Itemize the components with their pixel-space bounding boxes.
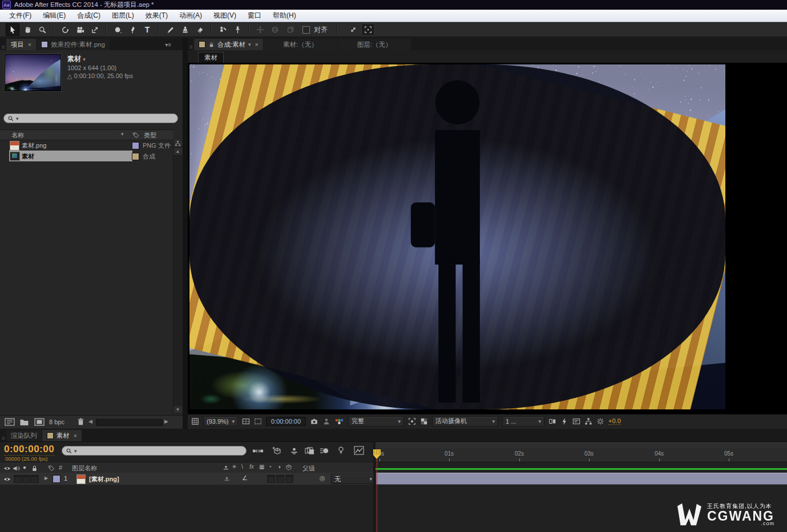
quality-switch-icon[interactable]: \ (241, 464, 243, 470)
shy-switch-icon[interactable] (223, 465, 229, 472)
safe-margins-icon[interactable] (242, 417, 250, 425)
close-icon[interactable]: × (255, 41, 259, 48)
puppet-pin-tool-icon[interactable] (231, 23, 244, 36)
parent-dropdown[interactable]: 无 ▾ (331, 474, 376, 484)
menu-file[interactable]: 文件(F) (3, 11, 37, 21)
show-channels-icon[interactable] (334, 417, 344, 425)
selection-tool-icon[interactable] (6, 23, 19, 36)
column-name[interactable]: 名称 (11, 131, 24, 140)
solo-well[interactable] (22, 475, 30, 483)
tab-effect-controls[interactable]: 效果控件:素材.png (37, 39, 110, 50)
menu-composition[interactable]: 合成(C) (71, 11, 106, 21)
rotation-tool-icon[interactable] (58, 23, 72, 36)
project-row-footage[interactable]: 素材.png PNG 文件 (0, 140, 173, 151)
3d-view-dropdown[interactable]: 活动摄像机 ▾ (432, 416, 498, 427)
viewfinder-icon[interactable] (361, 23, 375, 36)
hide-shy-layers-icon[interactable] (290, 446, 298, 455)
motion-blur-switch-icon[interactable]: ◔ (268, 464, 272, 470)
comp-mini-flowchart-icon[interactable] (252, 446, 264, 456)
menu-layer[interactable]: 图层(L) (106, 11, 140, 21)
pixel-aspect-icon[interactable] (548, 417, 556, 425)
new-composition-icon[interactable] (34, 418, 45, 426)
snap-label[interactable]: 对齐 (314, 25, 328, 35)
label-color-chip[interactable] (132, 142, 139, 149)
frame-blending-icon[interactable] (305, 446, 314, 455)
show-snapshot-icon[interactable] (322, 417, 330, 425)
project-flowchart-icon[interactable] (173, 140, 182, 148)
grid-guides-icon[interactable] (191, 417, 199, 425)
audio-well[interactable] (14, 475, 22, 483)
scroll-right-icon[interactable]: ▶ (164, 419, 168, 424)
bit-depth[interactable]: 8 bpc (49, 419, 64, 425)
layer-duration-bar[interactable] (376, 473, 787, 485)
3d-switch-icon[interactable] (285, 464, 292, 471)
layer-row[interactable]: ▶ 1 [素材.png] ∠ ◎ 无 ▾ (0, 473, 373, 485)
new-folder-icon[interactable] (19, 418, 29, 426)
tab-footage-viewer[interactable]: 素材:（无） (264, 39, 337, 50)
delete-icon[interactable] (76, 417, 85, 426)
zoom-tool-icon[interactable] (35, 23, 49, 36)
timeline-search-input[interactable]: ▾ (62, 446, 247, 456)
menu-animation[interactable]: 动画(A) (173, 11, 208, 21)
column-number[interactable]: # (59, 464, 62, 471)
layer-quality-icon[interactable]: ∠ (242, 474, 248, 482)
view-layout-dropdown[interactable]: 1 ... ▾ (502, 416, 544, 427)
snap-checkbox[interactable] (302, 26, 310, 34)
transparency-grid-icon[interactable] (420, 417, 428, 425)
clone-stamp-tool-icon[interactable] (178, 23, 192, 36)
tab-composition[interactable]: 合成:素材 ▾ × (194, 39, 263, 50)
layer-label-chip[interactable] (53, 475, 60, 483)
comp-viewport[interactable] (188, 63, 787, 414)
lock-icon[interactable] (31, 465, 38, 472)
brush-tool-icon[interactable] (163, 23, 177, 36)
layer-shy-icon[interactable] (224, 476, 230, 482)
adjustment-switch-icon[interactable]: ◑ (277, 464, 281, 470)
fast-previews-icon[interactable] (560, 417, 568, 425)
parent-pickwhip-icon[interactable]: ◎ (320, 474, 325, 482)
switch-well[interactable] (285, 475, 293, 483)
layer-expand-icon[interactable]: ▶ (45, 476, 48, 481)
switch-well[interactable] (267, 475, 275, 483)
roto-brush-tool-icon[interactable] (216, 23, 229, 36)
column-parent[interactable]: 父级 (302, 464, 315, 473)
label-column-tag-icon[interactable] (132, 132, 139, 139)
project-row-composition[interactable]: 素材 合成 (0, 151, 173, 161)
scroll-down-icon[interactable]: ▼ (173, 406, 182, 414)
eraser-tool-icon[interactable] (193, 23, 207, 36)
time-ruler[interactable]: 00s 01s 02s 03s 04s 05s (376, 448, 787, 462)
menu-effect[interactable]: 效果(T) (140, 11, 173, 21)
diagonal-arrows-icon[interactable] (346, 23, 360, 36)
pan-behind-tool-icon[interactable] (88, 23, 102, 36)
current-timecode[interactable]: 0:00:00:00 (4, 444, 54, 456)
column-layer-name[interactable]: 图层名称 (72, 464, 97, 473)
resolution-dropdown[interactable]: 完整 ▾ (348, 416, 404, 427)
switch-well[interactable] (276, 475, 284, 483)
current-time-indicator[interactable] (373, 449, 381, 455)
snapshot-icon[interactable] (310, 417, 318, 425)
close-icon[interactable]: × (28, 41, 31, 48)
camera-tool-icon[interactable] (73, 23, 87, 36)
menu-help[interactable]: 帮助(H) (267, 11, 302, 21)
interpret-footage-icon[interactable] (5, 418, 15, 426)
label-column-tag-icon[interactable] (48, 465, 55, 472)
hand-tool-icon[interactable] (21, 23, 34, 36)
layer-eye-icon[interactable] (3, 476, 11, 483)
region-of-interest-icon[interactable] (408, 417, 416, 425)
timeline-button-icon[interactable] (572, 417, 580, 425)
scroll-up-icon[interactable]: ▲ (173, 148, 182, 156)
preview-timecode[interactable]: 0:00:00:00 (266, 417, 306, 426)
tab-timeline-comp[interactable]: 素材 × (42, 430, 82, 441)
frame-blend-switch-icon[interactable]: ▦ (259, 464, 264, 470)
draft-3d-icon[interactable] (272, 446, 282, 455)
tab-layer-viewer[interactable]: 图层:（无） (338, 39, 411, 50)
panel-menu-icon[interactable]: ▾≡ (165, 42, 183, 48)
fx-switch-icon[interactable]: fx (249, 464, 254, 470)
tab-render-queue[interactable]: 渲染队列 (6, 430, 42, 441)
search-options-caret[interactable]: ▾ (16, 116, 19, 121)
search-options-caret[interactable]: ▾ (74, 448, 77, 454)
exposure-value[interactable]: +0.0 (608, 417, 621, 425)
menu-view[interactable]: 视图(V) (208, 11, 242, 21)
horizontal-scrollbar[interactable] (96, 419, 163, 426)
graph-editor-icon[interactable] (354, 446, 364, 455)
pen-tool-icon[interactable] (126, 23, 139, 36)
